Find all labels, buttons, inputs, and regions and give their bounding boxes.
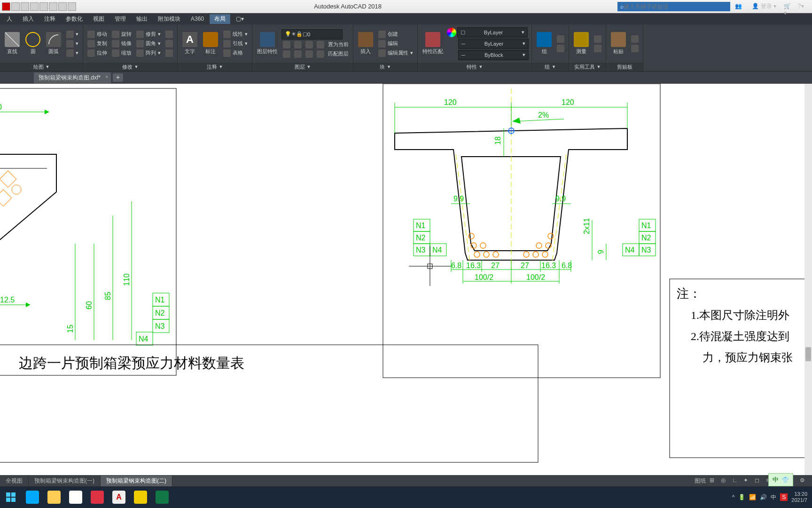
qat-print-icon[interactable] xyxy=(49,2,57,11)
rect-button[interactable]: ▾ xyxy=(65,49,80,57)
tray-wifi-icon[interactable]: 📶 xyxy=(749,494,756,500)
gear-icon[interactable]: ⚙ xyxy=(800,477,807,484)
hatch-button[interactable]: ▾ xyxy=(65,40,80,48)
stretch-button[interactable]: 拉伸 xyxy=(86,49,109,57)
panel-layer-title[interactable]: 图层▼ xyxy=(252,63,353,71)
menu-insert-person[interactable]: 人 xyxy=(2,14,17,24)
lyr-ic7[interactable] xyxy=(304,50,314,58)
status-paper[interactable]: 图纸 xyxy=(695,477,706,485)
vertical-scrollbar[interactable] xyxy=(804,84,812,475)
editattr-button[interactable]: 编辑属性▾ xyxy=(377,49,414,57)
menu-output[interactable]: 输出 xyxy=(132,14,152,24)
tray-ime2-icon[interactable]: S xyxy=(780,493,788,501)
dim-button[interactable]: 标注 xyxy=(201,31,220,56)
leader-button[interactable]: 引线▾ xyxy=(222,40,249,48)
text-button[interactable]: A文字 xyxy=(180,31,199,56)
menu-more-icon[interactable]: ▢▾ xyxy=(231,15,249,23)
matchlayer-button[interactable]: 匹配图层 xyxy=(327,50,350,58)
setcurrent-button[interactable]: 置为当前 xyxy=(327,40,350,49)
ortho-icon[interactable]: ∟ xyxy=(732,477,740,484)
tray-chevron-icon[interactable]: ^ xyxy=(732,494,735,500)
snap-icon[interactable]: ◎ xyxy=(721,477,728,484)
lyr-ic6[interactable] xyxy=(293,50,303,58)
tray-clock[interactable]: 13:20 2021/7 xyxy=(791,491,807,503)
rotate-button[interactable]: 旋转 xyxy=(110,30,133,39)
menu-parametric[interactable]: 参数化 xyxy=(61,14,87,24)
qat-saveas-icon[interactable] xyxy=(39,2,48,11)
tray-ime1[interactable]: 中 xyxy=(771,493,776,501)
qat-new-icon[interactable] xyxy=(11,2,20,11)
mod-extra2[interactable] xyxy=(164,40,174,48)
group-button[interactable]: 组 xyxy=(535,31,554,56)
drawing-canvas[interactable]: 0 12.5 15 60 85 110 N1 N2 N3 N4 120 120 xyxy=(0,84,812,475)
document-tab[interactable]: 预制箱梁钢束构造图.dxf* × xyxy=(34,72,111,83)
menu-a360[interactable]: A360 xyxy=(186,15,209,23)
help-icon[interactable]: ?▾ xyxy=(798,3,807,10)
close-icon[interactable]: × xyxy=(105,74,108,79)
new-tab-button[interactable]: + xyxy=(113,73,123,82)
table-button[interactable]: 表格 xyxy=(222,49,249,57)
mod-extra3[interactable] xyxy=(164,49,174,57)
task-autocad[interactable]: A xyxy=(108,488,130,507)
qat-open-icon[interactable] xyxy=(21,2,29,11)
util-ic2[interactable] xyxy=(593,44,603,53)
lyr-ic5[interactable] xyxy=(281,50,292,58)
menu-manage[interactable]: 管理 xyxy=(110,14,131,24)
qat-app-icon[interactable] xyxy=(2,2,10,11)
lineweight-dropdown[interactable]: ─ByLayer▾ xyxy=(458,39,529,49)
panel-block-title[interactable]: 块▼ xyxy=(353,63,417,71)
search-box[interactable]: ⌕ xyxy=(617,2,730,11)
menu-layout[interactable]: 布局 xyxy=(210,14,230,24)
util-ic1[interactable] xyxy=(593,35,603,43)
lyr-ic8[interactable] xyxy=(315,50,326,58)
task-ppt[interactable] xyxy=(86,488,108,507)
grid-icon[interactable]: ⊞ xyxy=(710,477,717,484)
layout-tab-all[interactable]: 全视图 xyxy=(0,476,29,486)
panel-modify-title[interactable]: 修改▼ xyxy=(83,63,177,71)
arc-button[interactable]: 圆弧 xyxy=(44,31,63,56)
menu-annotate[interactable]: 注释 xyxy=(39,14,60,24)
login-button[interactable]: 👤 登录 ▾ xyxy=(749,1,779,11)
task-app1[interactable] xyxy=(130,488,151,507)
grp-ic1[interactable] xyxy=(555,35,566,43)
edit-button[interactable]: 编辑 xyxy=(377,40,414,48)
exchange-icon[interactable]: 🛒▾ xyxy=(784,3,793,10)
menu-addons[interactable]: 附加模块 xyxy=(153,14,185,24)
panel-group-title[interactable]: 组▼ xyxy=(532,63,569,71)
create-button[interactable]: 创建 xyxy=(377,30,414,39)
layer-dropdown[interactable]: 💡☀🔒▢ 0 xyxy=(281,29,343,40)
scale-button[interactable]: 缩放 xyxy=(110,49,133,57)
share-icon[interactable]: 👥 xyxy=(735,3,744,10)
qat-redo-icon[interactable] xyxy=(68,2,76,11)
menu-view[interactable]: 视图 xyxy=(88,14,109,24)
lyr-ic3[interactable] xyxy=(304,40,314,49)
lyr-ic4[interactable] xyxy=(315,40,326,49)
move-button[interactable]: 移动 xyxy=(86,30,109,39)
task-edge[interactable] xyxy=(22,488,43,507)
cut-button[interactable] xyxy=(630,35,640,43)
ime-bar[interactable]: 中 👕 xyxy=(768,473,793,486)
matchprop-button[interactable]: 特性匹配 xyxy=(421,31,445,56)
tray-volume-icon[interactable]: 🔊 xyxy=(760,494,767,500)
fillet-button[interactable]: 圆角▾ xyxy=(135,40,162,48)
circle-button[interactable]: 圆 xyxy=(23,31,42,56)
tray-battery-icon[interactable]: 🔋 xyxy=(738,494,745,500)
color-icon[interactable] xyxy=(447,28,456,37)
mod-extra1[interactable] xyxy=(164,30,174,39)
task-explorer[interactable] xyxy=(43,488,65,507)
start-button[interactable] xyxy=(0,486,22,508)
qat-undo-icon[interactable] xyxy=(58,2,67,11)
task-cloud[interactable] xyxy=(65,488,86,507)
layerprops-button[interactable]: 图层特性 xyxy=(255,31,280,56)
panel-annotate-title[interactable]: 注释▼ xyxy=(178,63,252,71)
trim-button[interactable]: 修剪▾ xyxy=(135,30,162,39)
polyline-button[interactable]: ▾ xyxy=(65,30,80,39)
qat-save-icon[interactable] xyxy=(30,2,39,11)
mirror-button[interactable]: 镜像 xyxy=(110,40,133,48)
osnap-icon[interactable]: ◻ xyxy=(755,477,762,484)
color-dropdown[interactable]: ▢ByLayer▾ xyxy=(457,27,528,38)
polar-icon[interactable]: ✦ xyxy=(743,477,751,484)
scroll-thumb[interactable] xyxy=(805,347,811,361)
linear-button[interactable]: 线性▾ xyxy=(222,30,249,39)
search-input[interactable] xyxy=(624,3,727,10)
